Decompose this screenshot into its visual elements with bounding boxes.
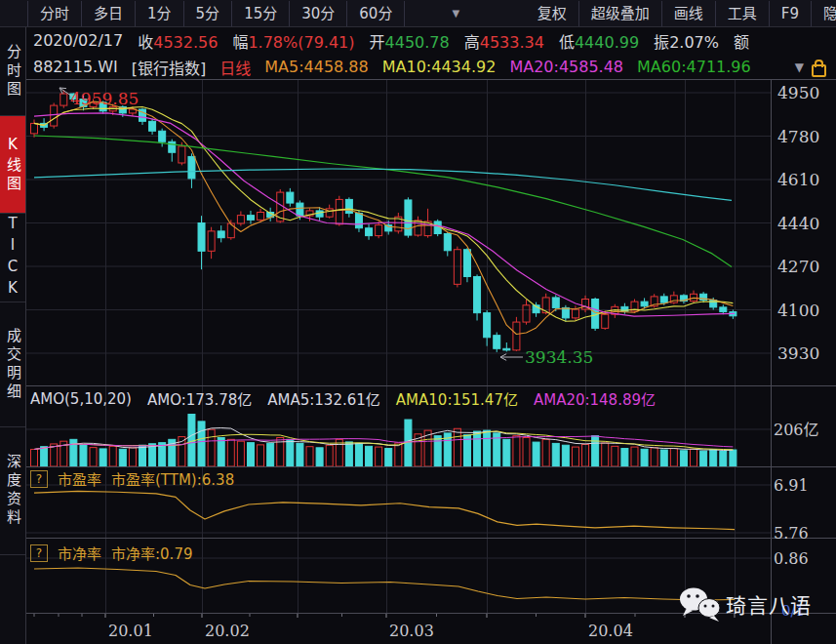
- tab-30min[interactable]: 30分: [290, 1, 347, 26]
- price-annotation: 3934.35: [525, 347, 593, 367]
- candle: [51, 105, 58, 126]
- volume-bar: [542, 439, 549, 466]
- volume-bar: [345, 442, 352, 466]
- volume-bar: [218, 437, 224, 466]
- volume-bar: [641, 449, 648, 466]
- volume-bar: [651, 448, 657, 466]
- lock-icon[interactable]: [812, 64, 826, 77]
- tab-5min[interactable]: 5分: [184, 1, 233, 26]
- volume-bar: [533, 442, 539, 466]
- candle: [31, 123, 38, 133]
- close-field: 收4532.56: [138, 29, 218, 53]
- tab-timeshare[interactable]: 分时: [27, 1, 82, 26]
- candle: [376, 225, 382, 236]
- candle: [660, 297, 667, 302]
- candle: [641, 302, 648, 306]
- ma10-value: MA10:4434.92: [382, 58, 497, 76]
- amplitude-field: 振2.07%: [654, 29, 719, 53]
- volume-bar: [523, 437, 530, 466]
- annotation-arrow: [500, 354, 506, 357]
- pe-value: 市盈率(TTM):6.38: [111, 468, 234, 489]
- volume-bar: [109, 446, 116, 466]
- y-axis-label: 3930: [777, 343, 819, 363]
- sidebar-item-kline-chart[interactable]: K线图: [0, 116, 25, 214]
- button-f9[interactable]: F9: [770, 1, 812, 26]
- tab-multiday[interactable]: 多日: [82, 1, 136, 26]
- ama5-value: AMA5:132.61亿: [267, 388, 380, 409]
- amplitude-value: 2.07%: [669, 33, 719, 52]
- volume-bar: [149, 444, 156, 466]
- ma20-value: MA20:4585.48: [509, 58, 623, 76]
- volume-bar: [119, 449, 126, 466]
- sidebar-item-label: K线图: [0, 136, 25, 194]
- button-fuquan[interactable]: 复权: [526, 1, 579, 26]
- x-axis-label: 20.01: [108, 622, 153, 640]
- ma60-line: [34, 136, 732, 267]
- candle: [523, 305, 530, 322]
- period-dropdown-icon[interactable]: ▼: [446, 8, 465, 19]
- volume-bar: [562, 445, 569, 466]
- volume-bar: [691, 449, 697, 466]
- volume-bar: [602, 443, 609, 466]
- candle: [385, 225, 392, 231]
- pb-axis-label: 0.86: [774, 549, 809, 568]
- pe-indicator-name[interactable]: 市盈率: [58, 468, 101, 489]
- sidebar-item-depth-info[interactable]: 深度资料: [0, 427, 25, 555]
- indicator-dropdown-icon[interactable]: ▼: [795, 60, 804, 74]
- candle: [405, 200, 412, 235]
- watermark: 琦言八语: [678, 586, 812, 622]
- volume-indicator-bar: AMO(5,10,20) AMO:173.78亿 AMA5:132.61亿 AM…: [30, 388, 656, 409]
- help-icon[interactable]: ?: [30, 544, 48, 562]
- volume-bar: [267, 443, 274, 466]
- volume-bar: [297, 443, 303, 466]
- volume-bar: [198, 422, 205, 466]
- volume-bar: [247, 443, 254, 466]
- symbol-bar: 882115.WI [银行指数] 日线 MA5:4458.88 MA10:443…: [0, 54, 836, 80]
- sidebar-item-label: 分时图: [0, 44, 25, 100]
- volume-bar: [287, 439, 294, 466]
- volume-bar: [376, 447, 382, 466]
- sidebar-item-trade-detail[interactable]: 成交明细: [0, 302, 25, 427]
- pb-indicator-name[interactable]: 市净率: [58, 543, 101, 563]
- pe-axis-label: 5.76: [774, 524, 809, 543]
- tab-15min[interactable]: 15分: [232, 1, 290, 26]
- button-drawline[interactable]: 画线: [662, 1, 716, 26]
- volume-bar: [680, 451, 687, 466]
- toolbar: 分时 多日 1分 5分 15分 30分 60分 ▼ 复权 超级叠加 画线 工具 …: [0, 0, 836, 27]
- low-field: 低4440.99: [559, 29, 639, 53]
- volume-bar: [316, 448, 323, 466]
- left-tab-rail: 分时图 K线图 TICK 成交明细 深度资料: [0, 27, 26, 644]
- candle: [494, 336, 500, 349]
- pb-value: 市净率:0.79: [111, 543, 192, 563]
- candle: [316, 211, 323, 217]
- high-field: 高4533.34: [464, 29, 544, 53]
- ma60-value: MA60:4711.96: [637, 58, 751, 76]
- annotation-arrow: [60, 88, 66, 89]
- y-axis-label: 4780: [777, 127, 819, 146]
- high-value: 4533.34: [480, 33, 544, 52]
- candle: [198, 223, 205, 252]
- volume-bar: [41, 447, 48, 466]
- button-hide[interactable]: 隐藏: [812, 5, 836, 22]
- candle: [572, 309, 578, 318]
- y-axis-label: 4950: [777, 83, 819, 102]
- candle: [218, 231, 224, 238]
- y-axis-label: 4270: [777, 257, 819, 276]
- sidebar-item-label: 深度资料: [0, 454, 25, 528]
- sidebar-item-timeshare-chart[interactable]: 分时图: [0, 27, 25, 116]
- sidebar-item-tick[interactable]: TICK: [0, 214, 25, 302]
- y-axis-label: 4610: [777, 170, 819, 189]
- ma5-value: MA5:4458.88: [264, 58, 368, 76]
- long-ma-line: [34, 169, 732, 200]
- tab-1min[interactable]: 1分: [136, 1, 184, 26]
- candle: [355, 214, 362, 228]
- watermark-text: 琦言八语: [726, 589, 812, 619]
- help-icon[interactable]: ?: [30, 470, 48, 488]
- tab-60min[interactable]: 60分: [347, 1, 405, 26]
- button-tools[interactable]: 工具: [716, 1, 770, 26]
- volume-bar: [592, 436, 599, 466]
- volume-bar: [306, 447, 313, 466]
- button-super-overlay[interactable]: 超级叠加: [579, 1, 662, 26]
- close-value: 4532.56: [153, 33, 218, 52]
- volume-bar: [366, 446, 373, 466]
